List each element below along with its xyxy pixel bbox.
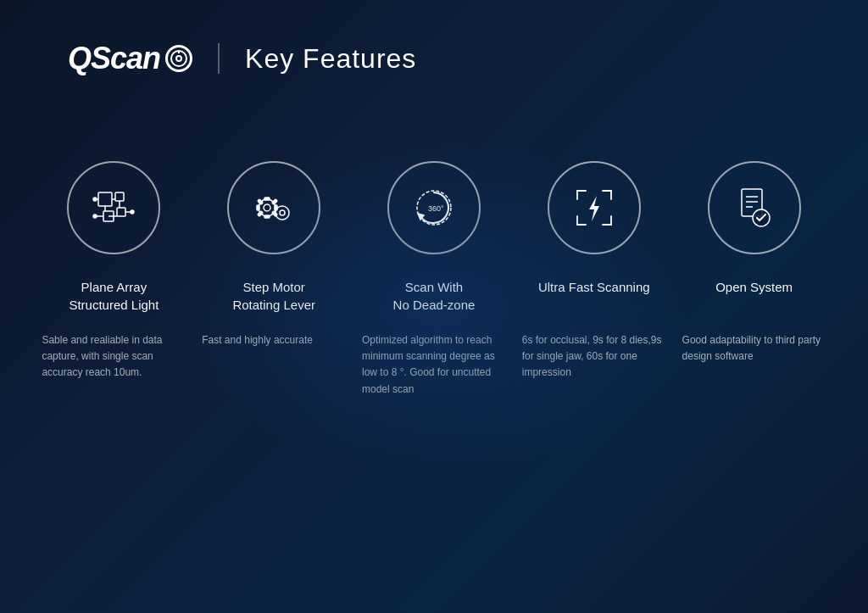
logo: QScan (68, 41, 192, 76)
svg-rect-3 (98, 192, 112, 206)
logo-text: QScan (68, 41, 160, 76)
ultra-fast-desc: 6s for occlusal, 9s for 8 dies,9s for si… (522, 332, 666, 382)
step-motor-icon-circle (227, 161, 320, 254)
feature-scan-nodead: 360° Scan WithNo Dead-zone Optimized alg… (362, 161, 506, 398)
svg-rect-21 (257, 205, 259, 210)
scan-nodead-icon-circle: 360° (387, 161, 481, 254)
header-divider (218, 43, 220, 74)
step-motor-title: Step MotorRotating Lever (232, 278, 315, 315)
scan-nodead-title: Scan WithNo Dead-zone (393, 278, 476, 315)
svg-rect-6 (117, 208, 125, 216)
header: QScan Key Features (0, 0, 868, 76)
flash-icon (569, 182, 620, 233)
svg-point-13 (93, 215, 97, 218)
svg-rect-20 (264, 215, 270, 218)
svg-point-27 (275, 206, 289, 220)
feature-ultra-fast: Ultra Fast Scanning 6s for occlusal, 9s … (522, 161, 666, 382)
step-motor-desc: Fast and highly accurate (202, 332, 346, 348)
features-grid: Plane ArrayStructured Light Sable and re… (0, 110, 868, 398)
svg-rect-23 (258, 199, 263, 204)
svg-point-28 (280, 210, 285, 215)
gears-icon (248, 182, 299, 233)
svg-point-1 (176, 56, 181, 61)
svg-point-15 (131, 210, 134, 214)
ultra-fast-icon-circle (548, 161, 641, 254)
svg-rect-4 (115, 192, 124, 201)
svg-rect-24 (272, 199, 277, 204)
open-system-title: Open System (715, 278, 793, 315)
plane-array-icon-circle (67, 161, 160, 254)
document-icon (729, 182, 780, 233)
svg-marker-33 (589, 196, 599, 221)
ultra-fast-title: Ultra Fast Scanning (538, 278, 650, 315)
plane-array-title: Plane ArrayStructured Light (69, 278, 159, 315)
360-icon: 360° (409, 182, 459, 233)
plane-array-desc: Sable and realiable in data capture, wit… (42, 332, 186, 382)
svg-rect-19 (264, 198, 270, 200)
open-system-desc: Good adaptability to third party design … (682, 332, 826, 365)
svg-point-11 (93, 198, 97, 201)
svg-point-18 (264, 204, 270, 211)
svg-text:360°: 360° (428, 204, 444, 213)
logo-icon (165, 45, 192, 72)
circuit-icon (88, 182, 139, 233)
feature-step-motor: Step MotorRotating Lever Fast and highly… (202, 161, 346, 348)
page-title: Key Features (245, 43, 416, 75)
feature-plane-array: Plane ArrayStructured Light Sable and re… (42, 161, 186, 382)
scan-nodead-desc: Optimized algorithm to reach minimum sca… (362, 332, 506, 398)
feature-open-system: Open System Good adaptability to third p… (682, 161, 826, 365)
open-system-icon-circle (708, 161, 801, 254)
svg-rect-25 (258, 211, 263, 216)
